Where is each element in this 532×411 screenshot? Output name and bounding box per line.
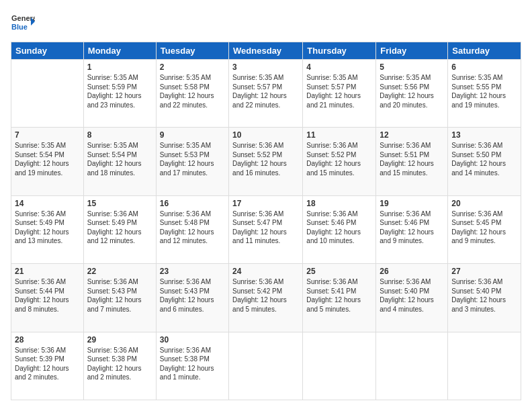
calendar-cell: 20Sunrise: 5:36 AM Sunset: 5:45 PM Dayli…: [448, 195, 521, 263]
day-number: 28: [15, 335, 80, 345]
cell-content: Sunrise: 5:36 AM Sunset: 5:43 PM Dayligh…: [160, 277, 225, 314]
calendar-cell: 25Sunrise: 5:36 AM Sunset: 5:41 PM Dayli…: [303, 264, 376, 332]
calendar-cell: 5Sunrise: 5:35 AM Sunset: 5:56 PM Daylig…: [376, 60, 448, 128]
day-number: 11: [306, 130, 372, 140]
calendar-cell: 21Sunrise: 5:36 AM Sunset: 5:44 PM Dayli…: [11, 264, 84, 332]
week-row-2: 14Sunrise: 5:36 AM Sunset: 5:49 PM Dayli…: [11, 195, 521, 263]
day-number: 6: [451, 62, 517, 72]
calendar-cell: 23Sunrise: 5:36 AM Sunset: 5:43 PM Dayli…: [156, 264, 228, 332]
calendar-cell: 6Sunrise: 5:35 AM Sunset: 5:55 PM Daylig…: [448, 60, 521, 128]
day-number: 16: [160, 199, 225, 208]
cell-content: Sunrise: 5:36 AM Sunset: 5:39 PM Dayligh…: [15, 346, 80, 382]
calendar-cell: 7Sunrise: 5:35 AM Sunset: 5:54 PM Daylig…: [11, 128, 84, 195]
day-number: 22: [87, 267, 152, 276]
cell-content: Sunrise: 5:36 AM Sunset: 5:38 PM Dayligh…: [160, 346, 225, 382]
cell-content: Sunrise: 5:36 AM Sunset: 5:42 PM Dayligh…: [232, 277, 299, 314]
calendar-cell: [448, 332, 521, 400]
header: General Blue: [11, 11, 521, 35]
day-number: 15: [87, 199, 152, 208]
day-number: 9: [160, 130, 225, 140]
calendar-header-row: SundayMondayTuesdayWednesdayThursdayFrid…: [11, 42, 521, 60]
cell-content: Sunrise: 5:36 AM Sunset: 5:47 PM Dayligh…: [232, 210, 299, 246]
cell-content: Sunrise: 5:35 AM Sunset: 5:57 PM Dayligh…: [232, 73, 299, 109]
page: General Blue SundayMondayTuesdayWednesda…: [0, 0, 532, 411]
calendar-cell: [376, 332, 448, 400]
cell-content: Sunrise: 5:36 AM Sunset: 5:44 PM Dayligh…: [15, 277, 80, 314]
calendar-cell: 22Sunrise: 5:36 AM Sunset: 5:43 PM Dayli…: [83, 264, 156, 332]
cell-content: Sunrise: 5:36 AM Sunset: 5:49 PM Dayligh…: [87, 210, 152, 246]
calendar-cell: 1Sunrise: 5:35 AM Sunset: 5:59 PM Daylig…: [83, 60, 156, 128]
col-header-thursday: Thursday: [303, 42, 376, 60]
week-row-0: 1Sunrise: 5:35 AM Sunset: 5:59 PM Daylig…: [11, 60, 521, 128]
week-row-3: 21Sunrise: 5:36 AM Sunset: 5:44 PM Dayli…: [11, 264, 521, 332]
day-number: 20: [451, 199, 517, 208]
cell-content: Sunrise: 5:35 AM Sunset: 5:53 PM Dayligh…: [160, 141, 225, 177]
calendar-cell: 9Sunrise: 5:35 AM Sunset: 5:53 PM Daylig…: [156, 128, 228, 195]
day-number: 2: [160, 62, 225, 72]
cell-content: Sunrise: 5:36 AM Sunset: 5:46 PM Dayligh…: [306, 210, 372, 246]
cell-content: Sunrise: 5:35 AM Sunset: 5:56 PM Dayligh…: [380, 73, 444, 109]
day-number: 14: [15, 199, 80, 208]
cell-content: Sunrise: 5:35 AM Sunset: 5:59 PM Dayligh…: [87, 73, 152, 109]
calendar-cell: 29Sunrise: 5:36 AM Sunset: 5:38 PM Dayli…: [83, 332, 156, 400]
day-number: 25: [306, 267, 372, 276]
calendar-cell: 17Sunrise: 5:36 AM Sunset: 5:47 PM Dayli…: [229, 195, 303, 263]
calendar-cell: 16Sunrise: 5:36 AM Sunset: 5:48 PM Dayli…: [156, 195, 228, 263]
calendar-cell: 24Sunrise: 5:36 AM Sunset: 5:42 PM Dayli…: [229, 264, 303, 332]
cell-content: Sunrise: 5:36 AM Sunset: 5:51 PM Dayligh…: [380, 141, 444, 177]
calendar-cell: 18Sunrise: 5:36 AM Sunset: 5:46 PM Dayli…: [303, 195, 376, 263]
day-number: 1: [87, 62, 152, 72]
cell-content: Sunrise: 5:36 AM Sunset: 5:46 PM Dayligh…: [380, 210, 444, 246]
day-number: 4: [306, 62, 372, 72]
calendar-cell: 30Sunrise: 5:36 AM Sunset: 5:38 PM Dayli…: [156, 332, 228, 400]
day-number: 18: [306, 199, 372, 208]
cell-content: Sunrise: 5:36 AM Sunset: 5:40 PM Dayligh…: [451, 277, 517, 314]
cell-content: Sunrise: 5:36 AM Sunset: 5:45 PM Dayligh…: [451, 210, 517, 246]
cell-content: Sunrise: 5:35 AM Sunset: 5:58 PM Dayligh…: [160, 73, 225, 109]
cell-content: Sunrise: 5:36 AM Sunset: 5:38 PM Dayligh…: [87, 346, 152, 382]
day-number: 8: [87, 130, 152, 140]
cell-content: Sunrise: 5:36 AM Sunset: 5:41 PM Dayligh…: [306, 277, 372, 314]
day-number: 5: [380, 62, 444, 72]
calendar-cell: 11Sunrise: 5:36 AM Sunset: 5:52 PM Dayli…: [303, 128, 376, 195]
calendar-cell: 12Sunrise: 5:36 AM Sunset: 5:51 PM Dayli…: [376, 128, 448, 195]
day-number: 29: [87, 335, 152, 345]
cell-content: Sunrise: 5:36 AM Sunset: 5:50 PM Dayligh…: [451, 141, 517, 177]
cell-content: Sunrise: 5:36 AM Sunset: 5:48 PM Dayligh…: [160, 210, 225, 246]
col-header-wednesday: Wednesday: [229, 42, 303, 60]
cell-content: Sunrise: 5:36 AM Sunset: 5:52 PM Dayligh…: [232, 141, 299, 177]
col-header-sunday: Sunday: [11, 42, 84, 60]
calendar-cell: [229, 332, 303, 400]
col-header-monday: Monday: [83, 42, 156, 60]
day-number: 17: [232, 199, 299, 208]
calendar-cell: 10Sunrise: 5:36 AM Sunset: 5:52 PM Dayli…: [229, 128, 303, 195]
day-number: 23: [160, 267, 225, 276]
cell-content: Sunrise: 5:36 AM Sunset: 5:43 PM Dayligh…: [87, 277, 152, 314]
calendar-cell: [11, 60, 84, 128]
week-row-1: 7Sunrise: 5:35 AM Sunset: 5:54 PM Daylig…: [11, 128, 521, 195]
cell-content: Sunrise: 5:36 AM Sunset: 5:52 PM Dayligh…: [306, 141, 372, 177]
day-number: 12: [380, 130, 444, 140]
day-number: 7: [15, 130, 80, 140]
week-row-4: 28Sunrise: 5:36 AM Sunset: 5:39 PM Dayli…: [11, 332, 521, 400]
calendar-cell: 4Sunrise: 5:35 AM Sunset: 5:57 PM Daylig…: [303, 60, 376, 128]
calendar-cell: 26Sunrise: 5:36 AM Sunset: 5:40 PM Dayli…: [376, 264, 448, 332]
day-number: 26: [380, 267, 444, 276]
calendar-table: SundayMondayTuesdayWednesdayThursdayFrid…: [11, 42, 521, 400]
col-header-friday: Friday: [376, 42, 448, 60]
day-number: 24: [232, 267, 299, 276]
calendar-cell: 14Sunrise: 5:36 AM Sunset: 5:49 PM Dayli…: [11, 195, 84, 263]
cell-content: Sunrise: 5:35 AM Sunset: 5:55 PM Dayligh…: [451, 73, 517, 109]
day-number: 19: [380, 199, 444, 208]
cell-content: Sunrise: 5:35 AM Sunset: 5:54 PM Dayligh…: [15, 141, 80, 177]
cell-content: Sunrise: 5:36 AM Sunset: 5:49 PM Dayligh…: [15, 210, 80, 246]
day-number: 21: [15, 267, 80, 276]
day-number: 30: [160, 335, 225, 345]
day-number: 10: [232, 130, 299, 140]
logo-svg: General Blue: [11, 11, 35, 35]
cell-content: Sunrise: 5:35 AM Sunset: 5:54 PM Dayligh…: [87, 141, 152, 177]
calendar-cell: 28Sunrise: 5:36 AM Sunset: 5:39 PM Dayli…: [11, 332, 84, 400]
calendar-cell: 8Sunrise: 5:35 AM Sunset: 5:54 PM Daylig…: [83, 128, 156, 195]
day-number: 13: [451, 130, 517, 140]
day-number: 27: [451, 267, 517, 276]
